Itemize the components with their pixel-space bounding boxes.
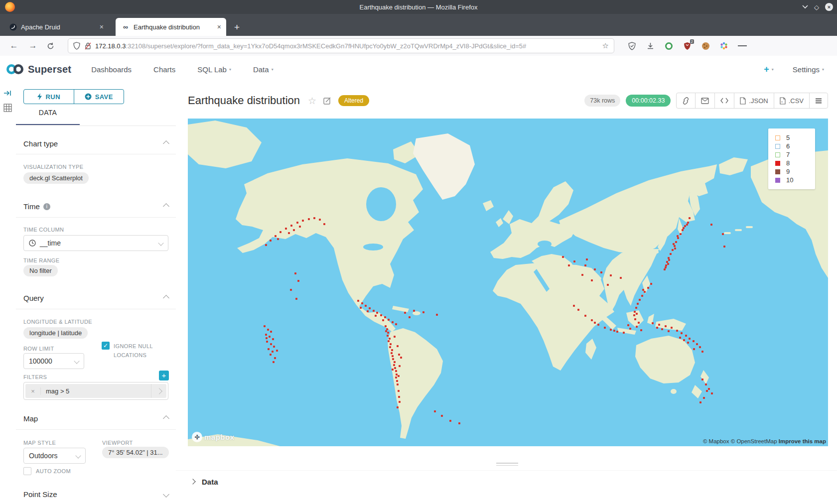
panel-drag-handle[interactable] <box>496 461 518 467</box>
earthquake-point <box>273 361 275 363</box>
map-legend[interactable]: 5678910 <box>768 128 815 189</box>
legend-item[interactable]: 9 <box>775 167 815 176</box>
legend-item[interactable]: 7 <box>775 150 815 159</box>
window-close-icon[interactable]: × <box>825 3 833 11</box>
export-csv-button[interactable]: x .CSV <box>774 93 809 108</box>
legend-item[interactable]: 6 <box>775 142 815 150</box>
clock-icon <box>29 240 36 247</box>
dataset-grid-icon[interactable] <box>3 104 16 112</box>
nav-sql-lab[interactable]: SQL Lab▾ <box>197 65 231 74</box>
embed-code-button[interactable] <box>714 93 734 108</box>
earthquake-point <box>683 227 685 229</box>
protections-shield-icon[interactable] <box>627 41 636 50</box>
ublock-badge: 2 <box>690 39 694 44</box>
viewport-value[interactable]: 7° 35' 54.02" | 31... <box>102 447 169 458</box>
section-time[interactable]: Timei <box>23 202 168 211</box>
ublock-icon[interactable]: 2 <box>683 41 692 50</box>
deckgl-scatterplot-map[interactable]: 5678910 ✣ mapbox © Mapbox © OpenStreetMa… <box>188 119 828 446</box>
legend-label: 8 <box>786 159 790 167</box>
section-chart-type[interactable]: Chart type <box>23 139 168 148</box>
save-button[interactable]: SAVE <box>74 90 124 104</box>
legend-label: 5 <box>786 134 790 141</box>
earthquake-point <box>639 299 641 301</box>
browser-tab-apache-druid[interactable]: Apache Druid × <box>3 18 109 36</box>
attribution-mapbox[interactable]: © Mapbox <box>703 438 729 444</box>
mapbox-logo[interactable]: ✣ mapbox <box>192 432 235 442</box>
cookie-extension-icon[interactable] <box>701 41 710 50</box>
run-button[interactable]: RUN <box>24 90 74 104</box>
forward-icon[interactable]: → <box>28 41 38 51</box>
tab-data[interactable]: DATA <box>16 109 80 117</box>
earthquake-point <box>661 328 663 330</box>
visualization-type-value[interactable]: deck.gl Scatterplot <box>23 172 89 184</box>
time-column-select[interactable]: __time <box>23 235 168 251</box>
attribution-osm[interactable]: © OpenStreetMap <box>731 438 777 444</box>
map-style-select[interactable]: Outdoors <box>23 448 86 464</box>
earthquake-point <box>395 377 397 378</box>
ignore-null-label: IGNORE NULLLOCATIONS <box>114 342 153 360</box>
earthquake-point <box>687 222 689 224</box>
extension-green-icon[interactable] <box>664 41 673 50</box>
ignore-null-checkbox[interactable]: ✓ <box>102 342 110 350</box>
menu-icon[interactable] <box>738 41 747 50</box>
earthquake-point <box>399 401 401 403</box>
pinwheel-extension-icon[interactable] <box>719 41 728 50</box>
earthquake-point <box>398 396 400 398</box>
permissions-shield-icon[interactable] <box>73 42 80 50</box>
earthquake-point <box>677 237 679 239</box>
email-button[interactable] <box>695 93 714 108</box>
data-panel-toggle[interactable]: Data <box>176 470 837 493</box>
export-json-button[interactable]: .JSON <box>734 93 773 108</box>
chevron-right-icon[interactable] <box>151 384 166 398</box>
earthquake-point <box>620 277 622 279</box>
earthquake-point <box>594 268 596 270</box>
favorite-star-icon[interactable]: ☆ <box>308 95 316 107</box>
section-query[interactable]: Query <box>23 294 168 302</box>
auto-zoom-control[interactable]: AUTO ZOOM <box>23 467 71 475</box>
chart-menu-button[interactable] <box>809 93 828 108</box>
legend-item[interactable]: 8 <box>775 159 815 167</box>
reload-icon[interactable] <box>47 42 57 50</box>
attribution-improve-link[interactable]: Improve this map <box>779 438 826 444</box>
new-tab-button[interactable]: + <box>234 22 240 36</box>
filter-box: × mag > 5 <box>23 382 168 400</box>
earthquake-point <box>294 272 296 274</box>
tab-close-icon[interactable]: × <box>100 23 104 31</box>
url-bar[interactable]: 172.18.0.3:32108/superset/explore/?form_… <box>68 38 614 53</box>
tab-underline <box>16 124 80 125</box>
superset-logo[interactable]: Superset <box>6 64 71 75</box>
add-filter-button[interactable]: + <box>159 371 169 380</box>
filter-chip[interactable]: × mag > 5 <box>25 384 166 398</box>
tab-close-icon[interactable]: × <box>217 23 221 31</box>
collapse-panel-icon[interactable] <box>3 90 16 97</box>
time-range-label: TIME RANGE <box>23 257 59 263</box>
earthquake-point <box>683 339 685 341</box>
section-point-size[interactable]: Point Size <box>23 490 168 499</box>
window-minimize-icon[interactable] <box>802 5 808 9</box>
back-icon[interactable]: ← <box>9 41 19 51</box>
altered-badge[interactable]: Altered <box>338 95 369 106</box>
auto-zoom-checkbox[interactable] <box>23 467 31 475</box>
lonlat-value[interactable]: longitude | latitude <box>23 327 88 339</box>
downloads-icon[interactable] <box>646 41 655 50</box>
browser-tab-earthquake-distribution[interactable]: ∞ Earthquake distribution × <box>116 18 226 36</box>
earthquake-point <box>360 307 362 309</box>
nav-dashboards[interactable]: Dashboards <box>91 65 132 74</box>
ignore-null-control[interactable]: ✓ IGNORE NULLLOCATIONS <box>102 342 153 360</box>
nav-charts[interactable]: Charts <box>153 65 175 74</box>
window-maximize-icon[interactable]: ◇ <box>814 4 819 10</box>
edit-properties-icon[interactable] <box>323 97 331 105</box>
legend-item[interactable]: 5 <box>775 133 815 142</box>
add-new-button[interactable]: +▾ <box>764 64 774 75</box>
legend-item[interactable]: 10 <box>775 176 815 184</box>
remove-filter-icon[interactable]: × <box>25 387 41 395</box>
section-map[interactable]: Map <box>23 414 168 423</box>
row-limit-select[interactable]: 100000 <box>23 353 84 369</box>
insecure-lock-icon[interactable] <box>84 42 91 50</box>
bookmark-star-icon[interactable]: ☆ <box>602 41 609 50</box>
nav-data[interactable]: Data▾ <box>253 65 274 74</box>
settings-menu[interactable]: Settings▾ <box>793 65 824 74</box>
copy-link-button[interactable] <box>677 93 695 108</box>
earthquake-point <box>634 311 636 313</box>
time-range-value[interactable]: No filter <box>23 265 58 276</box>
